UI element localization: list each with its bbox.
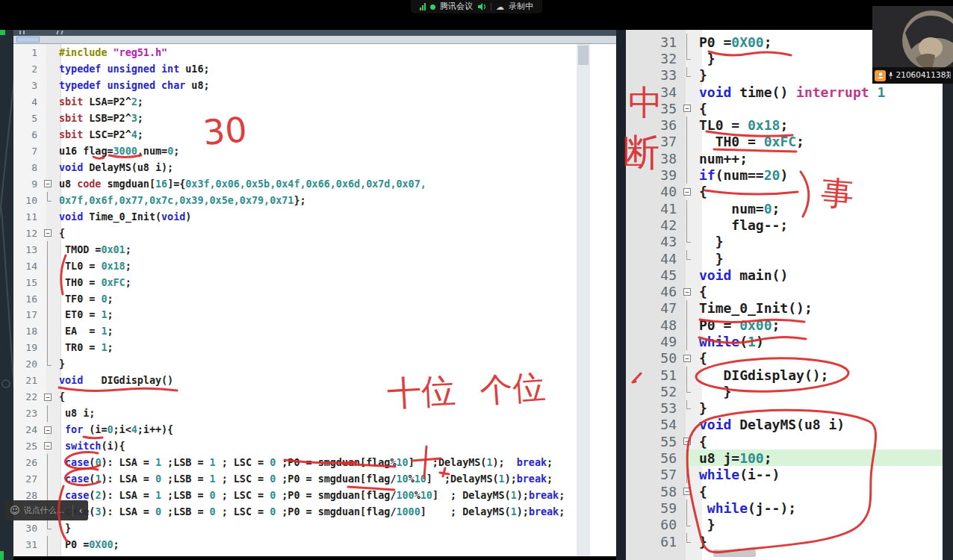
- code-text: TH0 = 0xFC;: [57, 277, 581, 288]
- line-number: 27: [13, 473, 42, 485]
- horizontal-scrollbar-thumb[interactable]: [16, 37, 40, 43]
- code-text: void Time_0_Init(void): [57, 211, 581, 223]
- fold-collapse-box[interactable]: −: [42, 438, 57, 455]
- line-number: 31: [626, 34, 681, 50]
- fold-margin-mark: [42, 94, 57, 111]
- meeting-status-pill[interactable]: 腾讯会议 ☁ 录制中: [411, 0, 542, 13]
- line-number: 18: [13, 326, 42, 337]
- speaker-icon: [477, 2, 486, 11]
- code-text: {: [57, 391, 581, 402]
- participant-video-tile[interactable]: 2106041138郑珂: [872, 6, 953, 84]
- code-line-5: 5sbit LSB=P2^3;: [13, 111, 581, 127]
- code-line-59: 59 while(j--);: [626, 500, 943, 516]
- code-line-43: 43 }: [626, 234, 943, 250]
- line-number: 32: [626, 51, 681, 66]
- fold-margin-mark: [681, 367, 698, 383]
- code-text: u16 flag=3000,num=0;: [57, 146, 581, 157]
- code-line-22: 22−{: [13, 389, 581, 405]
- cloud-recording-icon: ☁: [496, 2, 504, 12]
- editor-window-right[interactable]: 31P0 =0X00;32 }33}34void time() interrup…: [626, 30, 953, 560]
- code-text: u8 i;: [57, 408, 581, 419]
- share-border-bottom-left: [0, 551, 4, 560]
- line-number: 36: [626, 117, 681, 133]
- chat-input-placeholder[interactable]: 说点什么...: [24, 505, 72, 516]
- line-number: 25: [13, 441, 42, 452]
- line-number: 51: [626, 367, 681, 383]
- line-number: 50: [626, 350, 681, 366]
- code-text: if(num==20): [698, 167, 943, 183]
- fold-collapse-box[interactable]: −: [42, 389, 57, 405]
- code-line-4: 4sbit LSA=P2^2;: [13, 94, 581, 111]
- fold-margin-mark: [42, 192, 57, 208]
- fold-margin-mark: [42, 78, 57, 94]
- code-line-57: 57while(i--): [626, 467, 943, 483]
- code-line-61: 61}: [626, 533, 943, 550]
- fold-margin-mark: [42, 241, 57, 258]
- collapse-chevron-icon[interactable]: ‹: [73, 505, 88, 516]
- code-text: flag--;: [698, 217, 943, 233]
- chat-input-pill[interactable]: ☺ 说点什么... ‹: [4, 500, 88, 520]
- fold-margin-mark: [681, 200, 698, 217]
- fold-margin-mark: [681, 234, 698, 250]
- code-text: {: [698, 484, 943, 500]
- code-text: case(3): LSA = 0 ;LSB = 0 ; LSC = 0 ;P0 …: [57, 506, 581, 517]
- fold-collapse-box[interactable]: −: [42, 422, 57, 438]
- top-black-bar: 腾讯会议 ☁ 录制中: [0, 0, 953, 30]
- code-text: {: [698, 184, 943, 199]
- code-line-60: 60 }: [626, 517, 943, 533]
- fold-margin-mark: [681, 400, 698, 417]
- fold-collapse-box[interactable]: −: [681, 283, 698, 299]
- code-line-38: 38num++;: [626, 150, 943, 167]
- fold-collapse-box[interactable]: −: [42, 176, 57, 193]
- line-number: 9: [13, 178, 42, 190]
- emoji-icon[interactable]: ☺: [4, 505, 24, 516]
- fold-collapse-box[interactable]: −: [681, 350, 698, 367]
- line-number: 60: [626, 517, 681, 532]
- fold-margin-mark: [681, 116, 698, 133]
- line-number: 45: [626, 267, 681, 283]
- fold-margin-mark: [42, 356, 57, 373]
- code-line-23: 23 u8 i;: [13, 405, 581, 422]
- code-text: while(1): [698, 334, 943, 349]
- code-line-9: 9−u8 code smgduan[16]={0x3f,0x06,0x5b,0x…: [13, 176, 581, 193]
- fold-margin-mark: [42, 208, 57, 225]
- code-editor-left[interactable]: 1#include "reg51.h"2typedef unsigned int…: [13, 44, 616, 556]
- code-text: ET0 = 1;: [57, 309, 581, 320]
- horizontal-scrollbar-thumb-right[interactable]: [713, 550, 756, 557]
- fold-margin-mark: [681, 34, 698, 50]
- window-top-edge: [13, 30, 616, 36]
- code-text: [57, 556, 581, 556]
- code-text: }: [698, 384, 943, 399]
- line-number: 57: [626, 467, 681, 482]
- code-line-24: 24− for (i=0;i<4;i++){: [13, 422, 581, 438]
- fold-margin-mark: [681, 134, 698, 150]
- code-line-44: 44 }: [626, 250, 943, 267]
- code-line-42: 42 flag--;: [626, 217, 943, 233]
- fold-collapse-box[interactable]: −: [681, 433, 698, 449]
- line-number: 26: [13, 457, 42, 468]
- fold-margin-mark: [681, 533, 698, 550]
- code-text: while(i--): [698, 467, 943, 482]
- fold-collapse-box[interactable]: −: [681, 100, 698, 116]
- horizontal-scrollbar[interactable]: [13, 36, 616, 44]
- line-number: 59: [626, 500, 681, 516]
- code-line-45: 45void main(): [626, 267, 943, 283]
- fold-collapse-box[interactable]: −: [681, 483, 698, 500]
- fold-margin-mark: [42, 470, 57, 487]
- code-line-37: 37 TH0 = 0xFC;: [626, 134, 943, 150]
- code-line-17: 17 ET0 = 1;: [13, 307, 581, 323]
- line-number: 31: [13, 539, 42, 550]
- fold-collapse-box[interactable]: −: [681, 184, 698, 200]
- code-line-25: 25− switch(i){: [13, 438, 581, 455]
- code-line-2: 2typedef unsigned int u16;: [13, 61, 581, 78]
- code-text: TR0 = 1;: [57, 342, 581, 353]
- line-number: 37: [626, 134, 681, 149]
- fold-collapse-box[interactable]: −: [42, 225, 57, 241]
- fold-margin-mark: [42, 127, 57, 143]
- line-number: 4: [13, 96, 42, 108]
- code-line-54: 54void DelayMS(u8 i): [626, 417, 943, 433]
- code-line-55: 55−{: [626, 433, 943, 449]
- fold-margin-mark: [42, 45, 57, 61]
- fold-margin-mark: [681, 150, 698, 167]
- fold-margin-mark: [681, 500, 698, 516]
